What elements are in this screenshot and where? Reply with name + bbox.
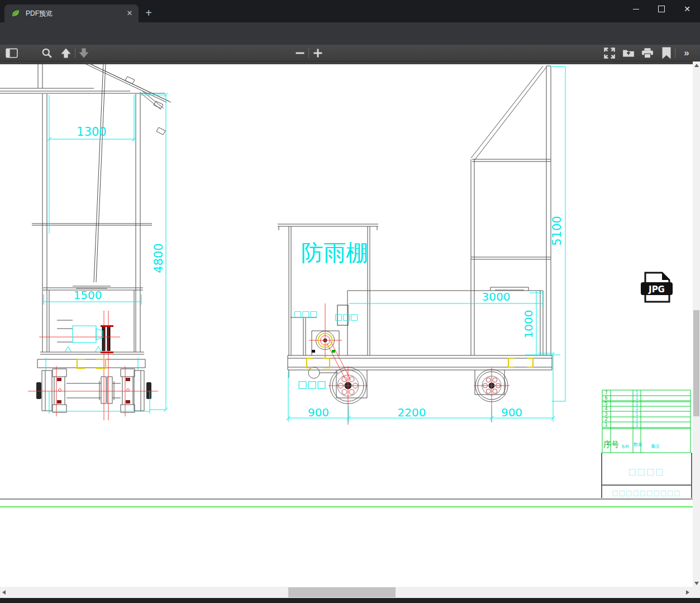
horizontal-scrollbar[interactable] xyxy=(0,587,700,598)
component-label-1: □□□ xyxy=(294,309,318,319)
bom-table: 7 6 5 4 3 2 1 1 1 1 1 1 1 1 序号 名称 数量 备注 xyxy=(602,390,691,453)
shelter-label: 防雨棚 xyxy=(301,240,368,265)
scroll-down-arrow[interactable] xyxy=(693,580,700,587)
open-file-button[interactable] xyxy=(622,45,635,61)
tab-close-icon[interactable]: ✕ xyxy=(125,9,134,18)
title-box-line1: □□□□ xyxy=(628,467,665,477)
pdf-page-content: 1300 4800 1500 3000 1000 5100 900 2200 9… xyxy=(0,61,700,587)
front-view xyxy=(0,61,171,412)
page-up-button[interactable] xyxy=(60,45,72,61)
component-label-2: □□□ xyxy=(335,312,359,322)
close-icon: ✕ xyxy=(684,5,691,13)
cad-drawing: 1300 4800 1500 3000 1000 5100 900 2200 9… xyxy=(0,61,700,587)
dim-4800: 4800 xyxy=(152,243,165,273)
maximize-icon xyxy=(658,6,665,12)
left-axle-cap xyxy=(36,382,41,399)
svg-text:1: 1 xyxy=(635,417,638,422)
print-button[interactable] xyxy=(641,45,654,61)
page-down-button[interactable] xyxy=(78,45,89,61)
browser-window: PDF预览 ✕ + ✕ localhost:8012/onlineP xyxy=(0,0,700,603)
dimension-texts: 1300 4800 1500 3000 1000 5100 900 2200 9… xyxy=(74,125,564,419)
window-close-button[interactable]: ✕ xyxy=(674,0,700,18)
right-axle-cap xyxy=(146,382,151,399)
component-label-3: □□□ xyxy=(297,378,326,390)
svg-text:1: 1 xyxy=(604,422,607,428)
new-tab-button[interactable]: + xyxy=(142,7,155,20)
minimize-icon xyxy=(633,9,639,10)
vertical-scrollbar[interactable] xyxy=(693,61,700,587)
red-centerlines xyxy=(28,303,509,425)
dim-900-front: 900 xyxy=(308,406,329,419)
zoom-in-button[interactable] xyxy=(313,45,323,61)
side-view xyxy=(278,66,552,404)
svg-text:1: 1 xyxy=(635,422,638,428)
dim-2200: 2200 xyxy=(398,406,426,419)
svg-text:2: 2 xyxy=(604,417,607,422)
svg-text:1: 1 xyxy=(635,396,638,401)
sidebar-toggle-button[interactable] xyxy=(6,45,18,61)
title-box-line2: □□□□□□□□□□ xyxy=(612,489,680,497)
scroll-up-arrow[interactable] xyxy=(693,61,700,69)
bookmark-current-view-button[interactable] xyxy=(661,45,672,61)
tab-title: PDF预览 xyxy=(26,9,125,18)
dim-1500: 1500 xyxy=(74,288,102,302)
svg-text:6: 6 xyxy=(604,396,607,401)
more-tools-button[interactable]: » xyxy=(679,45,694,61)
jpg-file-icon: JPG xyxy=(641,273,673,302)
scroll-left-arrow[interactable] xyxy=(0,587,8,598)
vertical-scrollbar-thumb[interactable] xyxy=(693,310,699,416)
svg-text:7: 7 xyxy=(604,391,607,396)
dim-1000: 1000 xyxy=(522,310,535,339)
svg-text:1: 1 xyxy=(635,391,638,396)
window-minimize-button[interactable] xyxy=(623,0,649,18)
jpg-label: JPG xyxy=(648,284,665,295)
dim-3000: 3000 xyxy=(482,290,511,303)
svg-text:5: 5 xyxy=(604,401,607,406)
window-bottom-strip xyxy=(0,598,700,603)
horizontal-scrollbar-thumb[interactable] xyxy=(288,587,396,597)
leaf-favicon xyxy=(11,9,20,18)
svg-text:3: 3 xyxy=(604,412,607,417)
bom-header-qty: 数量 xyxy=(634,442,642,447)
bom-header-no: 序号 xyxy=(603,440,619,449)
dim-1300: 1300 xyxy=(77,125,106,139)
title-box: □□□□ □□□□□□□□□□ xyxy=(602,453,692,498)
bom-header-name: 名称 xyxy=(621,444,629,449)
svg-text:1: 1 xyxy=(635,412,638,417)
window-maximize-button[interactable] xyxy=(649,0,674,18)
titlebar: PDF预览 ✕ + ✕ xyxy=(0,0,700,22)
search-button[interactable] xyxy=(41,45,53,61)
bom-header-remark: 备注 xyxy=(651,444,660,449)
dim-900-rear: 900 xyxy=(501,406,522,419)
svg-text:4: 4 xyxy=(604,406,607,411)
dim-5100: 5100 xyxy=(550,216,564,245)
pdf-toolbar: / 1 40% » xyxy=(0,45,700,61)
navbar: localhost:8012/onlinePreview?url=http%3A… xyxy=(0,22,700,45)
svg-text:1: 1 xyxy=(635,401,638,406)
presentation-mode-button[interactable] xyxy=(603,45,616,61)
browser-tab[interactable]: PDF预览 ✕ xyxy=(4,4,139,22)
scroll-right-arrow[interactable] xyxy=(684,587,692,598)
svg-text:1: 1 xyxy=(635,406,638,411)
zoom-out-button[interactable] xyxy=(295,45,305,61)
